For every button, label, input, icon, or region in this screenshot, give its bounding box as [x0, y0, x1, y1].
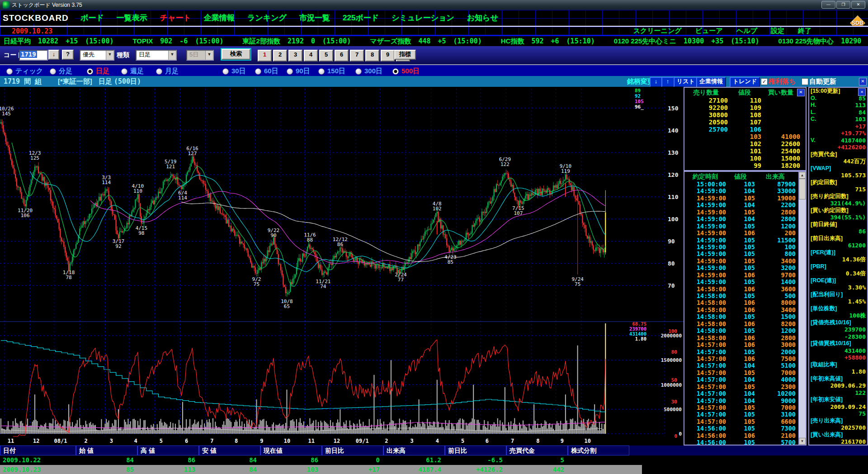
radio-icon[interactable]: [318, 68, 325, 75]
time-sales-row[interactable]: 14:57:001053100: [684, 411, 797, 418]
menu-item-企業情報[interactable]: 企業情報: [204, 13, 235, 23]
time-sales-row[interactable]: 14:59:001051400: [684, 279, 797, 285]
orderbook-bid-row[interactable]: 10125400: [684, 147, 806, 155]
menu-item-チャート[interactable]: チャート: [160, 13, 191, 23]
time-sales-row[interactable]: 14:59:001042200: [684, 202, 797, 209]
page-button-6[interactable]: 6: [335, 50, 349, 62]
radio-icon[interactable]: [156, 68, 162, 75]
radio-icon[interactable]: [50, 68, 56, 75]
time-sales-row[interactable]: 14:59:00105800: [684, 251, 797, 257]
scroll-down-icon[interactable]: ▼: [799, 438, 806, 445]
menu-item-シミュレーション[interactable]: シミュレーション: [392, 13, 454, 23]
autoupdate-checkbox[interactable]: [802, 78, 808, 85]
page-button-3[interactable]: 3: [288, 50, 302, 62]
radio-icon[interactable]: [87, 68, 93, 75]
orderbook-ask-row[interactable]: 25700106: [684, 126, 806, 133]
time-sales-row[interactable]: 14:58:001051200: [684, 327, 797, 334]
time-sales-row[interactable]: 14:57:001052000: [684, 349, 797, 356]
time-sales-row[interactable]: 14:58:001051500: [684, 313, 797, 320]
time-sales-row[interactable]: 14:58:001068000: [684, 299, 797, 306]
chart-type-select[interactable]: 日足▼: [136, 50, 177, 61]
search-button[interactable]: 検索: [222, 49, 250, 60]
menu-item-市況一覧[interactable]: 市況一覧: [299, 13, 330, 23]
rights-checkbox[interactable]: ✓: [761, 78, 768, 85]
header-menu-ヘルプ[interactable]: ヘルプ: [736, 27, 757, 35]
page-button-4[interactable]: 4: [304, 50, 318, 62]
time-sales-row[interactable]: 14:57:0010410200: [684, 390, 797, 397]
radio-icon[interactable]: [287, 68, 293, 75]
orderbook-close-icon[interactable]: ✕: [797, 89, 805, 96]
menu-item-225ボード[interactable]: 225ボード: [343, 13, 379, 23]
time-sales-row[interactable]: 14:58:001068200: [684, 321, 797, 327]
period-option-週足[interactable]: 週足: [121, 67, 144, 76]
time-sales-row[interactable]: 14:56:001055700: [684, 439, 797, 445]
time-sales-row[interactable]: 14:57:001045100: [684, 362, 797, 369]
list-button[interactable]: リスト: [674, 77, 698, 87]
symbol-up-button[interactable]: ↑: [661, 77, 674, 87]
radio-icon[interactable]: [222, 68, 229, 75]
menu-item-一覧表示[interactable]: 一覧表示: [117, 13, 147, 23]
time-sales-row[interactable]: 14:57:001067500: [684, 356, 797, 362]
indicator-button[interactable]: 指標: [394, 50, 416, 60]
time-sales-row[interactable]: 14:57:001063000: [684, 341, 797, 348]
time-sales-row[interactable]: 15:00:0010387900: [684, 181, 797, 188]
period-option-日足[interactable]: 日足: [87, 67, 109, 76]
orderbook-bid-row[interactable]: 9918200: [684, 162, 806, 169]
chart-close-icon[interactable]: ✕: [859, 78, 867, 85]
page-button-5[interactable]: 5: [319, 50, 333, 62]
menu-item-お知らせ[interactable]: お知らせ: [467, 13, 498, 23]
header-menu-設定[interactable]: 設定: [771, 27, 784, 35]
orderbook-ask-row[interactable]: 27100110: [684, 97, 806, 104]
period-option-ティック[interactable]: ティック: [6, 67, 43, 76]
priority-select[interactable]: 優先▼: [80, 50, 114, 61]
period-option-月足[interactable]: 月足: [156, 67, 179, 76]
header-menu-ビューア[interactable]: ビューア: [695, 27, 723, 35]
period-option-150日[interactable]: 150日: [318, 67, 345, 76]
page-button-2[interactable]: 2: [273, 50, 287, 62]
time-sales-row[interactable]: 14:59:0010511500: [684, 237, 797, 244]
page-button-1[interactable]: 1: [258, 50, 272, 62]
header-menu-スクリーニング[interactable]: スクリーニング: [633, 27, 682, 35]
company-info-button[interactable]: 企業情報: [696, 77, 726, 87]
candlestick-chart[interactable]: 111208/12345678910111209/123456789101501…: [0, 87, 684, 446]
radio-icon[interactable]: [392, 68, 399, 75]
time-sales-row[interactable]: 14:59:0010519000: [684, 195, 797, 202]
period-option-分足[interactable]: 分足: [50, 67, 72, 76]
chevron-down-icon[interactable]: ▼: [106, 51, 113, 60]
time-sales-row[interactable]: 14:56:001062100: [684, 432, 797, 439]
orderbook-bid-row[interactable]: 10222600: [684, 140, 806, 147]
page-button-8[interactable]: 8: [365, 50, 379, 62]
page-button-9[interactable]: 9: [381, 50, 395, 62]
time-sales-row[interactable]: 14:59:001052800: [684, 209, 797, 216]
time-sales-row[interactable]: 14:58:001062800: [684, 335, 797, 341]
period-option-500日[interactable]: 500日: [392, 67, 420, 76]
period-option-90日[interactable]: 90日: [287, 67, 310, 76]
orderbook-ask-row[interactable]: 20500107: [684, 118, 806, 126]
time-sales-row[interactable]: 14:57:001056600: [684, 418, 797, 425]
header-menu-終了[interactable]: 終了: [798, 27, 811, 35]
radio-icon[interactable]: [6, 68, 13, 75]
code-down-button[interactable]: ↓: [48, 50, 59, 60]
time-sales-row[interactable]: 14:59:001069700: [684, 272, 797, 279]
symbol-down-button[interactable]: ↓: [650, 77, 662, 87]
period-option-60日[interactable]: 60日: [255, 67, 278, 76]
time-sales-row[interactable]: 14:59:0010433000: [684, 188, 797, 194]
help-button[interactable]: ?: [62, 50, 74, 60]
time-sales-row[interactable]: 14:59:00105100: [684, 244, 797, 251]
close-button[interactable]: ✕: [851, 1, 865, 9]
radio-icon[interactable]: [355, 68, 362, 75]
time-sales-row[interactable]: 14:59:001051200: [684, 223, 797, 230]
time-sales-row[interactable]: 14:57:001057000: [684, 370, 797, 376]
time-sales-row[interactable]: 14:57:001057000: [684, 404, 797, 411]
time-sales-row[interactable]: 14:56:001057300: [684, 425, 797, 432]
time-sales-row[interactable]: 14:57:001049000: [684, 398, 797, 404]
table-row[interactable]: 2009.10.2284868486061.2-6.55: [0, 455, 868, 465]
period-option-300日[interactable]: 300日: [355, 67, 382, 76]
orderbook-bid-row[interactable]: 10341000: [684, 133, 806, 140]
scroll-up-icon[interactable]: ▲: [799, 172, 806, 179]
trend-button[interactable]: トレンド: [730, 77, 760, 87]
time-sales-row[interactable]: 14:57:001052300: [684, 384, 797, 390]
time-sales-row[interactable]: 14:58:00105500: [684, 293, 797, 299]
menu-item-ボード[interactable]: ボード: [80, 13, 104, 23]
minimize-button[interactable]: —: [821, 1, 835, 9]
